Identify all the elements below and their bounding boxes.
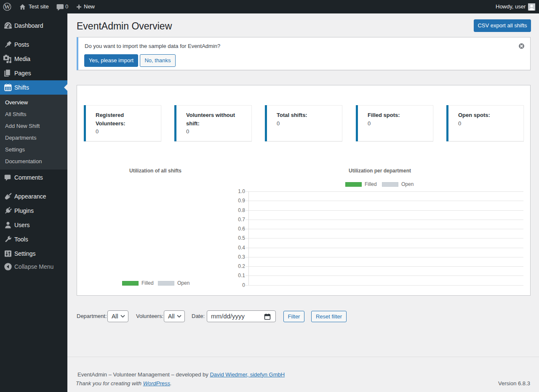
svg-text:W: W bbox=[4, 3, 11, 10]
